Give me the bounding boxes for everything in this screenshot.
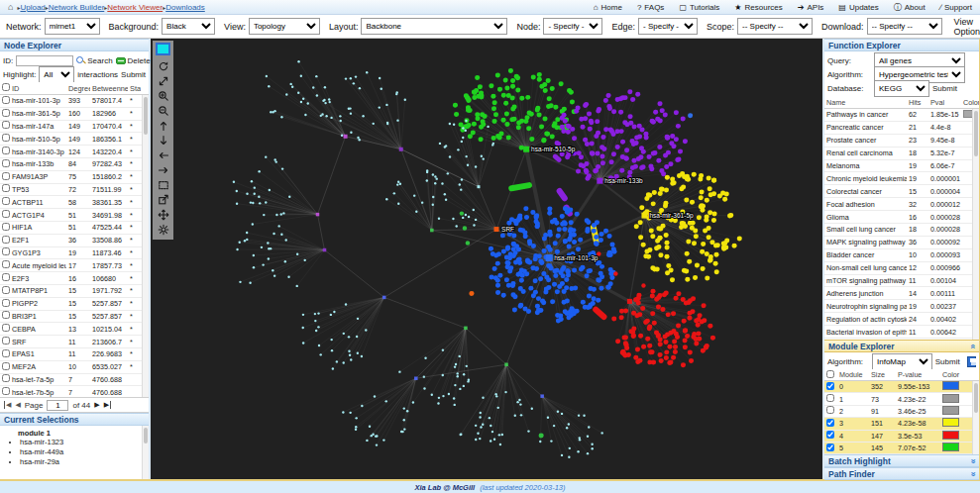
module-row[interactable]: 2913.46e-25 (824, 406, 979, 418)
background-select[interactable]: Black (162, 18, 215, 35)
selections-scrollbar[interactable] (142, 426, 149, 479)
module-checkbox[interactable] (826, 406, 834, 414)
table-row[interactable]: Glioma160.000028 (824, 211, 979, 224)
function-explorer-header[interactable]: Function Explorer (824, 39, 979, 51)
save-icon[interactable] (967, 356, 976, 367)
module-row[interactable]: 1734.23e-22 (824, 393, 979, 405)
network-graph[interactable]: hsa-mir-510-5phsa-mir-133bhsa-mir-361-5p… (151, 39, 822, 479)
table-row[interactable]: Melanoma196.06e-7 (824, 160, 979, 173)
row-checkbox[interactable] (2, 260, 10, 268)
row-checkbox[interactable] (2, 172, 10, 180)
menu-item-home[interactable]: ⌂Home (594, 3, 622, 12)
color-swatch[interactable] (156, 43, 170, 55)
row-checkbox[interactable] (2, 349, 10, 357)
table-row[interactable]: Renal cell carcinoma185.32e-7 (824, 148, 979, 160)
module-checkbox[interactable] (826, 419, 834, 427)
edge-select[interactable]: - Specify - (638, 18, 698, 35)
current-selections-header[interactable]: Current Selections (0, 413, 149, 426)
row-checkbox[interactable] (2, 311, 10, 319)
network-canvas[interactable]: hsa-mir-510-5phsa-mir-133bhsa-mir-361-5p… (151, 39, 822, 479)
module-table-scrollbar[interactable] (972, 381, 979, 454)
breadcrumb-item-network-builder[interactable]: Network Builder (49, 3, 104, 12)
select-icon[interactable] (157, 178, 170, 191)
module-color-chip[interactable] (942, 443, 959, 451)
batch-highlight-header[interactable]: Batch Highlight « (824, 454, 979, 467)
table-row[interactable]: Bacterial invasion of epithelial110.0064… (824, 326, 979, 339)
database-select[interactable]: KEGG (874, 80, 929, 97)
last-page-button[interactable]: ▶ (104, 401, 111, 409)
select-all-checkbox[interactable] (2, 83, 10, 91)
delete-button[interactable]: Delete (116, 56, 151, 65)
view-options-button[interactable]: View Options (954, 17, 980, 37)
table-row[interactable]: MTATP8P1151971.792* (0, 285, 149, 298)
row-checkbox[interactable] (2, 286, 10, 294)
breadcrumb-item-downloads[interactable]: Downloads (165, 3, 205, 12)
me-algorithm-select[interactable]: InfoMap (872, 353, 932, 370)
table-row[interactable]: Adherens junction140.00111 (824, 287, 979, 300)
table-row[interactable]: Small cell lung cancer180.000028 (824, 224, 979, 237)
table-row[interactable]: hsa-mir-101-3p393578017.4* (0, 95, 149, 108)
row-checkbox[interactable] (2, 299, 10, 307)
table-row[interactable]: MAPK signaling pathway360.000092 (824, 237, 979, 249)
function-table-scrollbar[interactable] (972, 109, 979, 340)
row-checkbox[interactable] (2, 109, 10, 117)
row-checkbox[interactable] (2, 184, 10, 192)
row-checkbox[interactable] (2, 337, 10, 345)
table-row[interactable]: Acute myeloid leukemia1717857.73* (0, 259, 149, 272)
brightness-icon[interactable] (157, 223, 170, 236)
expand-icon-batch[interactable]: « (967, 458, 977, 463)
arrow-right-icon[interactable] (157, 163, 170, 176)
node-id-input[interactable] (16, 55, 73, 66)
row-checkbox[interactable] (2, 197, 10, 205)
table-row[interactable]: hsa-mir-510-5p149186356.1* (0, 133, 149, 146)
table-row[interactable]: PIGPP2155257.857* (0, 298, 149, 311)
module-row[interactable]: 03529.55e-153 (824, 381, 979, 393)
table-row[interactable]: GYG1P31911873.46* (0, 247, 149, 260)
module-row[interactable]: 51457.07e-52 (824, 443, 979, 454)
menu-item-apis[interactable]: ➔APIs (798, 3, 824, 12)
search-button[interactable]: Search (76, 56, 112, 65)
table-row[interactable]: EPAS111226.9683* (0, 348, 149, 361)
list-item[interactable]: hsa-mir-449a (20, 447, 147, 457)
arrow-down-icon[interactable] (157, 134, 170, 147)
path-finder-header[interactable]: Path Finder « (824, 467, 979, 480)
reset-icon[interactable] (157, 59, 170, 72)
table-row[interactable]: hsa-mir-133b8497282.43* (0, 158, 149, 171)
table-row[interactable]: E2F316106680* (0, 272, 149, 285)
network-select[interactable]: mirnet1 (45, 18, 100, 35)
table-row[interactable]: FAM91A3P75151860.2* (0, 171, 149, 184)
table-row[interactable]: hsa-mir-361-5p160182966* (0, 108, 149, 121)
menu-item-tutorials[interactable]: ▢Tutorials (679, 3, 719, 12)
table-row[interactable]: Pathways in cancer621.85e-15 (824, 109, 979, 122)
module-row[interactable]: 41473.5e-53 (824, 431, 979, 443)
table-row[interactable]: mTOR signaling pathway110.00104 (824, 275, 979, 288)
export-icon[interactable] (157, 193, 170, 206)
scope-select[interactable]: -- Specify -- (737, 18, 813, 35)
zoom-out-icon[interactable] (157, 104, 170, 117)
node-table-scrollbar[interactable] (142, 95, 149, 397)
table-row[interactable]: ACTBP115838361.35* (0, 196, 149, 209)
module-checkbox[interactable] (826, 431, 834, 439)
view-select[interactable]: Topology (249, 18, 320, 35)
row-checkbox[interactable] (2, 374, 10, 382)
menu-item-updates[interactable]: ▤Updates (838, 3, 878, 12)
table-row[interactable]: Chronic myeloid leukemia190.000001 (824, 172, 979, 185)
module-checkbox[interactable] (826, 382, 834, 390)
row-checkbox[interactable] (2, 134, 10, 142)
move-icon[interactable] (157, 208, 170, 221)
menu-item-about[interactable]: ⓘAbout (894, 2, 926, 13)
module-checkbox[interactable] (826, 444, 834, 451)
me-submit-button[interactable]: Submit (935, 357, 960, 366)
table-row[interactable]: CEBPA1310215.04* (0, 323, 149, 336)
table-row[interactable]: E2F13633508.86* (0, 235, 149, 247)
module-color-chip[interactable] (942, 381, 959, 390)
node-explorer-header[interactable]: Node Explorer (0, 39, 149, 51)
table-row[interactable]: hsa-let-7a-5p74760.688 (0, 374, 149, 387)
prev-page-button[interactable]: ◀ (15, 401, 20, 409)
table-row[interactable]: Bladder cancer100.000093 (824, 249, 979, 262)
row-checkbox[interactable] (2, 147, 10, 154)
next-page-button[interactable]: ▶ (94, 401, 99, 409)
table-row[interactable]: hsa-let-7b-5p74760.688 (0, 386, 149, 397)
table-row[interactable]: Prostate cancer239.45e-8 (824, 135, 979, 148)
menu-item-resources[interactable]: ★Resources (734, 3, 782, 12)
